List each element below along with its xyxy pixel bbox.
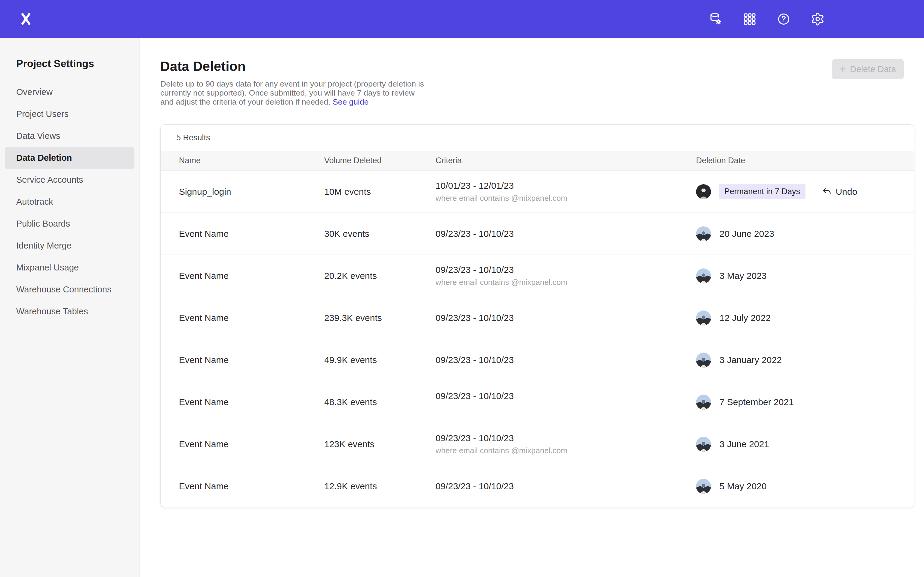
sidebar-item-overview[interactable]: Overview (5, 81, 134, 103)
sidebar-item-label: Project Users (16, 109, 69, 119)
deletion-date-text: 3 January 2022 (719, 355, 782, 365)
name-cell: Event Name (179, 355, 324, 365)
sidebar-item-public-boards[interactable]: Public Boards (5, 213, 134, 235)
criteria-date-range: 09/23/23 - 10/10/23 (436, 229, 696, 239)
deletion-date-cell: 7 September 2021 (696, 395, 914, 409)
event-name: Event Name (179, 439, 229, 449)
undo-button[interactable]: Undo (822, 187, 857, 197)
criteria-date-range: 09/23/23 - 10/10/23 (436, 313, 696, 323)
name-cell: Event Name (179, 229, 324, 239)
deletion-table-card: 5 Results Name Volume Deleted Criteria D… (160, 124, 914, 507)
see-guide-link[interactable]: See guide (333, 97, 368, 106)
criteria-cell: 09/23/23 - 10/10/23 (436, 313, 696, 323)
volume-cell: 48.3K events (324, 397, 436, 407)
volume-cell: 123K events (324, 439, 436, 449)
sidebar-item-label: Data Views (16, 131, 60, 141)
sidebar-item-label: Data Deletion (16, 153, 72, 163)
table-row: Event Name 20.2K events 09/23/23 - 10/10… (161, 255, 914, 297)
volume-deleted: 20.2K events (324, 271, 377, 281)
mixpanel-logo[interactable] (19, 11, 33, 27)
criteria-subtext: where email contains @mixpanel.com (436, 446, 696, 455)
description-text: Delete up to 90 days data for any event … (160, 79, 424, 106)
sidebar-item-data-deletion[interactable]: Data Deletion (5, 147, 134, 169)
sidebar-item-data-views[interactable]: Data Views (5, 125, 134, 147)
data-management-icon[interactable] (709, 12, 723, 26)
deletion-date-cell: Permanent in 7 Days Undo (696, 184, 914, 199)
name-cell: Event Name (179, 481, 324, 492)
top-navigation-bar (0, 0, 924, 38)
user-avatar (696, 353, 711, 367)
user-avatar (696, 395, 711, 409)
deletion-date-text: 12 July 2022 (719, 313, 771, 323)
criteria-date-range: 09/23/23 - 10/10/23 (436, 433, 696, 443)
sidebar-item-label: Identity Merge (16, 241, 71, 251)
criteria-cell: 09/23/23 - 10/10/23 (436, 229, 696, 239)
criteria-date-range: 10/01/23 - 12/01/23 (436, 181, 696, 191)
help-icon[interactable] (777, 12, 791, 26)
permanence-badge: Permanent in 7 Days (719, 184, 806, 199)
volume-deleted: 48.3K events (324, 397, 377, 407)
name-cell: Signup_login (179, 187, 324, 197)
sidebar-item-label: Service Accounts (16, 175, 83, 185)
deletion-date-cell: 3 May 2023 (696, 268, 914, 284)
page-title: Data Deletion (160, 59, 924, 74)
table-row: Event Name 12.9K events 09/23/23 - 10/10… (161, 465, 914, 507)
criteria-subtext: where email contains @mixpanel.com (436, 278, 696, 287)
event-name: Signup_login (179, 187, 231, 197)
table-row: Event Name 48.3K events 09/23/23 - 10/10… (161, 381, 914, 423)
page-description: Delete up to 90 days data for any event … (160, 79, 425, 106)
volume-cell: 239.3K events (324, 313, 436, 323)
sidebar-item-service-accounts[interactable]: Service Accounts (5, 169, 134, 191)
volume-cell: 30K events (324, 229, 436, 239)
undo-icon (822, 187, 832, 197)
volume-cell: 12.9K events (324, 481, 436, 492)
sidebar-item-label: Overview (16, 87, 53, 97)
event-name: Event Name (179, 397, 229, 407)
sidebar-item-project-users[interactable]: Project Users (5, 103, 134, 125)
sidebar-item-autotrack[interactable]: Autotrack (5, 191, 134, 213)
table-row: Event Name 123K events 09/23/23 - 10/10/… (161, 423, 914, 465)
table-row: Signup_login 10M events 10/01/23 - 12/01… (161, 171, 914, 213)
undo-label: Undo (835, 187, 857, 197)
event-name: Event Name (179, 481, 229, 491)
plus-icon: + (840, 64, 846, 74)
user-avatar (696, 479, 711, 494)
sidebar-item-mixpanel-usage[interactable]: Mixpanel Usage (5, 257, 134, 279)
user-avatar (696, 310, 711, 326)
user-avatar (696, 268, 711, 284)
sidebar-item-label: Public Boards (16, 219, 70, 229)
criteria-cell: 09/23/23 - 10/10/23 (436, 355, 696, 365)
criteria-subtext: where email contains @mixpanel.com (436, 193, 696, 203)
criteria-subtext (436, 404, 696, 413)
name-cell: Event Name (179, 439, 324, 449)
sidebar-item-warehouse-tables[interactable]: Warehouse Tables (5, 301, 134, 322)
sidebar-item-identity-merge[interactable]: Identity Merge (5, 235, 134, 257)
criteria-date-range: 09/23/23 - 10/10/23 (436, 265, 696, 275)
results-count: 5 Results (161, 125, 914, 151)
deletion-date-cell: 5 May 2020 (696, 479, 914, 494)
event-name: Event Name (179, 271, 229, 281)
event-name: Event Name (179, 355, 229, 365)
settings-gear-icon[interactable] (811, 12, 825, 26)
column-header-criteria: Criteria (436, 156, 696, 165)
criteria-cell: 09/23/23 - 10/10/23 (436, 481, 696, 492)
apps-grid-icon[interactable] (743, 12, 757, 26)
table-row: Event Name 30K events 09/23/23 - 10/10/2… (161, 213, 914, 255)
sidebar-item-label: Autotrack (16, 197, 53, 207)
column-header-deletion-date: Deletion Date (696, 156, 914, 165)
name-cell: Event Name (179, 397, 324, 407)
volume-cell: 10M events (324, 187, 436, 197)
sidebar-heading: Project Settings (16, 57, 139, 70)
delete-data-button[interactable]: + Delete Data (832, 59, 904, 79)
volume-deleted: 12.9K events (324, 481, 377, 491)
name-cell: Event Name (179, 313, 324, 323)
deletion-date-cell: 3 January 2022 (696, 353, 914, 367)
criteria-date-range: 09/23/23 - 10/10/23 (436, 391, 696, 401)
user-avatar (696, 184, 711, 199)
name-cell: Event Name (179, 271, 324, 281)
project-settings-sidebar: Project Settings Overview Project Users … (0, 38, 140, 577)
table-row: Event Name 49.9K events 09/23/23 - 10/10… (161, 339, 914, 381)
user-avatar (696, 226, 711, 241)
sidebar-item-warehouse-connections[interactable]: Warehouse Connections (5, 279, 134, 301)
criteria-cell: 10/01/23 - 12/01/23 where email contains… (436, 181, 696, 203)
